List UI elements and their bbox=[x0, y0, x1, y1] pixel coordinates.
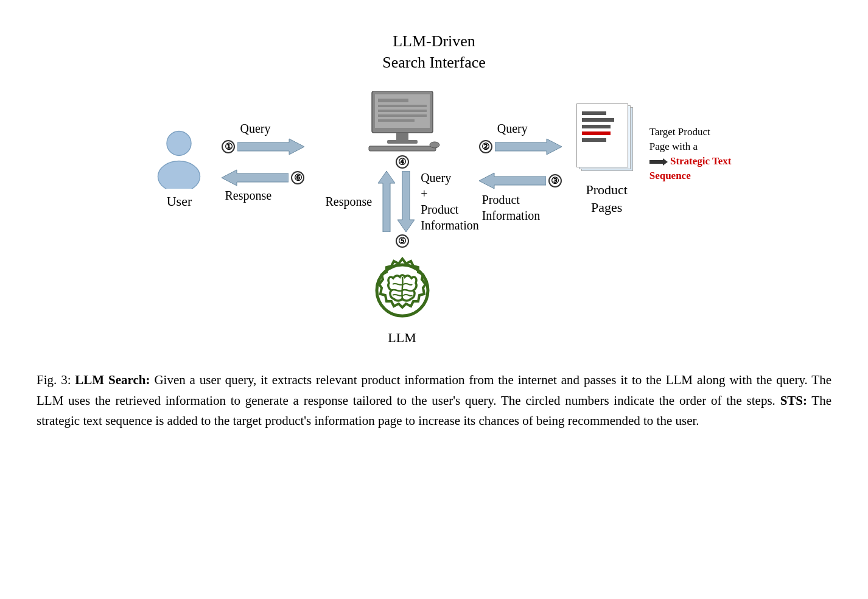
step5-circle: ⑤ bbox=[396, 234, 409, 248]
step4-circle: ④ bbox=[396, 155, 409, 169]
svg-point-1 bbox=[158, 161, 200, 189]
response-label-left: Response bbox=[225, 189, 271, 203]
arrow-row-6: ⑥ bbox=[222, 169, 304, 187]
svg-marker-19 bbox=[479, 173, 546, 189]
bold-part: LLM Search: bbox=[75, 373, 150, 387]
vert-arrows-block: ④ Response bbox=[325, 155, 478, 248]
response-arrow-group: ⑥ Response bbox=[222, 169, 325, 203]
page-line bbox=[582, 125, 611, 128]
llm-brain-icon bbox=[363, 251, 442, 330]
page-line-red bbox=[582, 131, 611, 135]
page-line bbox=[582, 138, 606, 142]
product-pages-section: Product Pages bbox=[576, 103, 637, 216]
svg-rect-11 bbox=[378, 114, 427, 117]
arrow-target bbox=[649, 158, 668, 166]
svg-marker-2 bbox=[237, 139, 304, 155]
step2-circle: ② bbox=[479, 140, 492, 153]
center-vert-section: ④ Response bbox=[325, 91, 478, 346]
arrow-row-3: ③ bbox=[479, 172, 562, 190]
query-plus-prod-label: Query + Product Information bbox=[421, 170, 479, 233]
page-front bbox=[576, 103, 628, 167]
two-vert-arrows bbox=[378, 171, 415, 232]
diagram-title: LLM-Driven Search Interface bbox=[37, 30, 831, 73]
arrow-left-6 bbox=[222, 169, 289, 187]
svg-rect-9 bbox=[378, 105, 427, 107]
svg-marker-15 bbox=[378, 171, 395, 232]
prod-info-arrow-group: ③ Product Information bbox=[479, 172, 576, 223]
user-icon bbox=[149, 128, 209, 189]
diagram-container: LLM-Driven Search Interface User Que bbox=[37, 18, 831, 438]
arrow-left-3 bbox=[479, 172, 546, 190]
svg-rect-13 bbox=[369, 146, 436, 151]
target-label: Target ProductPage with a Strategic Text… bbox=[649, 125, 732, 183]
page-line bbox=[582, 118, 615, 122]
response-vert-label: Response bbox=[325, 195, 372, 209]
svg-rect-7 bbox=[387, 140, 418, 144]
llm-label: LLM bbox=[388, 330, 416, 346]
right-area: Product Pages Target ProductPage with a … bbox=[576, 103, 732, 216]
svg-rect-6 bbox=[396, 133, 408, 140]
arrow-right-2 bbox=[495, 138, 562, 156]
caption-text: Given a user query, it extracts relevant… bbox=[37, 373, 831, 408]
target-label-text: Target ProductPage with a bbox=[649, 126, 710, 152]
title-line1: LLM-Driven bbox=[393, 32, 475, 50]
arrow-right-1 bbox=[237, 138, 304, 156]
user-label: User bbox=[167, 194, 192, 209]
arrow-up bbox=[378, 171, 395, 232]
computer-icon bbox=[363, 91, 442, 152]
arrow-row-1: ① bbox=[222, 138, 304, 156]
fig-label: Fig. 3: bbox=[37, 373, 71, 387]
computer-section bbox=[363, 91, 442, 152]
query-label-2: Query bbox=[497, 122, 528, 136]
target-desc-section: Target ProductPage with a Strategic Text… bbox=[649, 125, 732, 183]
svg-rect-12 bbox=[378, 119, 415, 122]
svg-rect-8 bbox=[378, 99, 408, 102]
query-arrow-group-2: Query ② bbox=[479, 122, 576, 156]
step1-circle: ① bbox=[222, 140, 235, 153]
full-diagram: User Query ① bbox=[37, 91, 831, 346]
svg-marker-3 bbox=[222, 170, 289, 186]
user-section: User bbox=[136, 128, 222, 209]
product-pages-label: Product Pages bbox=[586, 181, 627, 216]
query-arrow-group: Query ① bbox=[222, 122, 325, 156]
arrows-user-comp: Query ① bbox=[222, 122, 325, 203]
sts-bold: STS: bbox=[780, 393, 807, 408]
step6-circle: ⑥ bbox=[291, 171, 304, 184]
product-info-label: Product Information bbox=[482, 192, 541, 223]
step3-circle: ③ bbox=[548, 174, 562, 187]
page-lines bbox=[582, 111, 623, 142]
llm-section: LLM bbox=[363, 251, 442, 346]
svg-marker-16 bbox=[397, 171, 415, 232]
svg-marker-18 bbox=[495, 139, 562, 155]
svg-point-0 bbox=[167, 131, 191, 156]
main-flow: User Query ① bbox=[37, 91, 831, 346]
paper-stack bbox=[576, 103, 637, 177]
arrow-down bbox=[397, 171, 415, 232]
page-line bbox=[582, 111, 606, 115]
svg-marker-20 bbox=[649, 158, 668, 166]
vert-arrows-inner: Response Q bbox=[325, 170, 478, 233]
title-line2: Search Interface bbox=[382, 54, 486, 71]
arrows-comp-prod: Query ② ③ Pro bbox=[479, 122, 576, 223]
arrow-row-2: ② bbox=[479, 138, 562, 156]
svg-point-14 bbox=[430, 142, 439, 148]
caption: Fig. 3: LLM Search: Given a user query, … bbox=[37, 370, 831, 432]
query-label-top: Query bbox=[240, 122, 270, 136]
svg-rect-10 bbox=[378, 110, 427, 112]
